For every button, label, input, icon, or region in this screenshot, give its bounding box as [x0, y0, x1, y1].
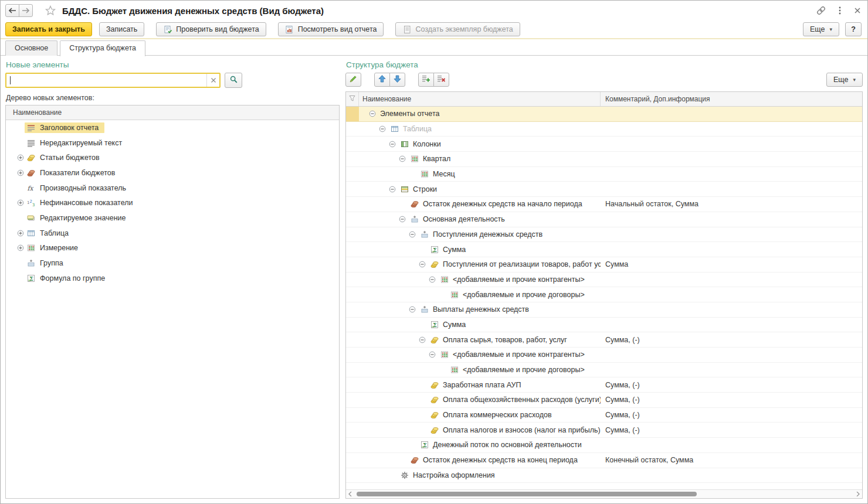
- expand-plus-icon[interactable]: [16, 244, 25, 251]
- forward-button[interactable]: [19, 4, 33, 17]
- panel-splitter[interactable]: [340, 59, 345, 499]
- left-tree-item[interactable]: 123Нефинансовые показатели: [6, 195, 339, 210]
- save-and-close-button[interactable]: Записать и закрыть: [5, 22, 92, 36]
- left-tree-item[interactable]: Таблица: [6, 226, 339, 241]
- collapse-minus-icon[interactable]: [398, 155, 406, 162]
- check-budget-view-button[interactable]: Проверить вид бюджета: [156, 22, 266, 36]
- row-state-cell: [346, 227, 359, 242]
- left-tree-item[interactable]: Группа: [6, 256, 339, 271]
- more-button[interactable]: Еще▾: [803, 22, 839, 36]
- expand-plus-icon[interactable]: [16, 199, 25, 206]
- back-button[interactable]: [5, 4, 19, 17]
- row-comment-cell: [601, 363, 862, 377]
- collapse-minus-icon[interactable]: [428, 351, 436, 358]
- collapse-minus-icon[interactable]: [388, 141, 396, 148]
- structure-row[interactable]: Квартал: [346, 152, 862, 167]
- collapse-minus-icon[interactable]: [398, 216, 406, 223]
- collapse-minus-icon[interactable]: [408, 306, 416, 313]
- left-tree-item[interactable]: fxПроизводный показатель: [6, 181, 339, 196]
- search-button[interactable]: [225, 73, 242, 88]
- search-icon: [229, 75, 238, 86]
- structure-row[interactable]: Оплата сырья, товаров, работ, услугСумма…: [346, 332, 862, 348]
- left-tree-item[interactable]: Измерение: [6, 241, 339, 256]
- row-state-cell: [346, 257, 359, 272]
- group-plus-icon: [420, 230, 429, 239]
- structure-row[interactable]: ΣДенежный поток по основной деятельности: [346, 438, 862, 453]
- left-tree-item[interactable]: Заголовок отчета: [6, 120, 339, 135]
- collapse-minus-icon[interactable]: [378, 125, 386, 132]
- comment-column-header[interactable]: Комментарий, Доп.информация: [601, 92, 862, 106]
- favorite-star-icon[interactable]: [45, 5, 56, 16]
- structure-row[interactable]: Элементы отчета: [346, 107, 862, 122]
- name-column-header[interactable]: Наименование: [359, 92, 601, 106]
- left-tree-item[interactable]: ΣФормула по группе: [6, 271, 339, 286]
- row-state-cell: [346, 152, 359, 166]
- left-tree-item[interactable]: Редактируемое значение: [6, 210, 339, 226]
- structure-row[interactable]: Месяц: [346, 167, 862, 182]
- collapse-minus-icon[interactable]: [418, 261, 426, 268]
- view-report-button[interactable]: Посмотреть вид отчета: [278, 22, 384, 36]
- tree-item-label: Статьи бюджетов: [40, 154, 100, 162]
- tab-budget-structure[interactable]: Структура бюджета: [60, 40, 145, 56]
- structure-row[interactable]: Оплата налогов и взносов (налог на прибы…: [346, 423, 862, 438]
- collapse-minus-icon[interactable]: [408, 231, 416, 238]
- move-down-button[interactable]: [389, 73, 405, 87]
- move-up-button[interactable]: [374, 73, 390, 87]
- tab-main[interactable]: Основное: [5, 40, 57, 56]
- document-chart-icon: [285, 25, 294, 33]
- collapse-minus-icon[interactable]: [368, 110, 377, 117]
- close-icon[interactable]: [853, 6, 862, 15]
- expand-plus-icon[interactable]: [16, 169, 25, 176]
- structure-row[interactable]: Оплата коммерческих расходовСумма, (-): [346, 408, 862, 423]
- clear-search-icon[interactable]: [206, 74, 219, 87]
- expand-plus-icon[interactable]: [16, 154, 25, 161]
- structure-row[interactable]: <добавляемые и прочие договоры>: [346, 287, 862, 302]
- row-label: Сумма: [443, 321, 466, 329]
- structure-row[interactable]: Строки: [346, 182, 862, 197]
- search-field[interactable]: [5, 73, 221, 88]
- row-comment-cell: [601, 468, 862, 483]
- scroll-left-icon[interactable]: [346, 490, 354, 498]
- create-budget-instance-button[interactable]: Создать экземпляр бюджета: [395, 22, 520, 36]
- hscroll-thumb[interactable]: [357, 492, 697, 496]
- horizontal-scrollbar[interactable]: [346, 489, 862, 498]
- structure-row[interactable]: Таблица: [346, 122, 862, 137]
- structure-row[interactable]: ΣСумма: [346, 242, 862, 257]
- expand-plus-icon[interactable]: [16, 230, 25, 237]
- structure-row[interactable]: Выплаты денежных средств: [346, 302, 862, 318]
- structure-row[interactable]: <добавляемые и прочие контрагенты>: [346, 348, 862, 363]
- structure-row[interactable]: Основная деятельность: [346, 212, 862, 227]
- save-button[interactable]: Записать: [99, 22, 144, 36]
- row-comment-cell: Начальный остаток, Сумма: [601, 197, 862, 212]
- structure-row[interactable]: Остаток денежных средств на конец период…: [346, 453, 862, 468]
- collapse-minus-icon[interactable]: [418, 336, 426, 343]
- left-tree-item[interactable]: Нередактируемый текст: [6, 135, 339, 151]
- row-state-column-header[interactable]: [346, 92, 359, 106]
- search-input[interactable]: [6, 74, 206, 87]
- help-button[interactable]: ?: [845, 22, 862, 36]
- edit-button[interactable]: [345, 73, 361, 87]
- left-tree-item[interactable]: Статьи бюджетов: [6, 150, 339, 165]
- delete-row-button[interactable]: [433, 73, 449, 87]
- row-name-cell: Оплата коммерческих расходов: [359, 408, 601, 423]
- structure-row[interactable]: <добавляемые и прочие контрагенты>: [346, 273, 862, 288]
- left-tree-item[interactable]: Показатели бюджетов: [6, 165, 339, 181]
- scroll-right-icon[interactable]: [854, 490, 862, 498]
- structure-row[interactable]: Колонки: [346, 137, 862, 152]
- kebab-menu-icon[interactable]: [836, 5, 844, 16]
- structure-row[interactable]: <добавляемые и прочие договоры>: [346, 363, 862, 378]
- structure-row[interactable]: Настройка оформления: [346, 468, 862, 483]
- cols-table-icon: [400, 140, 409, 148]
- structure-more-button[interactable]: Еще▾: [826, 73, 863, 87]
- structure-row[interactable]: Заработная плата АУПСумма, (-): [346, 377, 862, 393]
- structure-row[interactable]: Остаток денежных средств на начало перио…: [346, 197, 862, 212]
- collapse-minus-icon[interactable]: [428, 276, 436, 283]
- row-state-cell: [346, 348, 359, 362]
- structure-row[interactable]: Поступления денежных средств: [346, 227, 862, 243]
- structure-row[interactable]: Оплата общехозяйственных расходов (услуг…: [346, 393, 862, 408]
- get-link-icon[interactable]: [816, 5, 826, 16]
- structure-row[interactable]: Поступления от реализации товаров, работ…: [346, 257, 862, 273]
- structure-row[interactable]: ΣСумма: [346, 318, 862, 333]
- collapse-minus-icon[interactable]: [388, 186, 396, 193]
- add-row-button[interactable]: [418, 73, 434, 87]
